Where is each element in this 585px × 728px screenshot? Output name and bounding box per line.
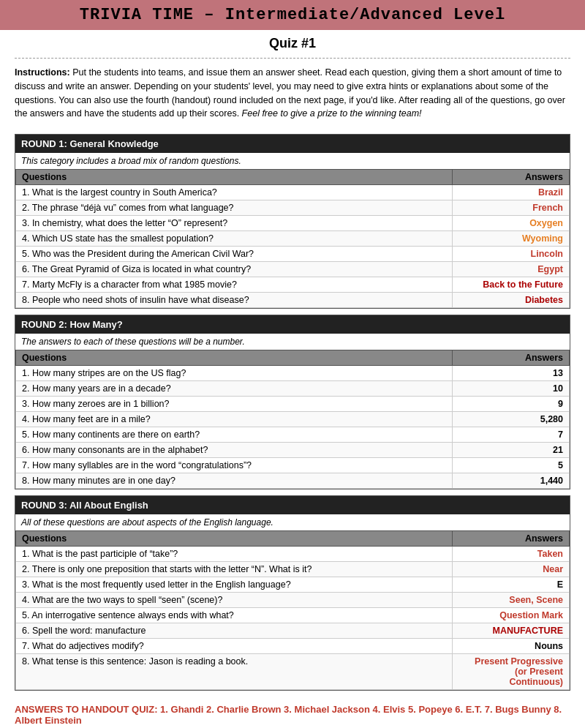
round-1-container: ROUND 1: General KnowledgeThis category … [15, 134, 570, 309]
answers-col-header: Answers [453, 170, 570, 185]
question-cell: 3. What is the most frequently used lett… [16, 577, 453, 593]
question-cell: 5. How many continents are there on eart… [16, 427, 453, 443]
instructions-label: Instructions: [15, 67, 70, 78]
question-cell: 6. Spell the word: manufacture [16, 623, 453, 639]
table-row: 3. What is the most frequently used lett… [16, 577, 570, 593]
question-cell: 3. How many zeroes are in 1 billion? [16, 397, 453, 412]
question-cell: 5. Who was the President during the Amer… [16, 247, 453, 262]
round-2-col-header: QuestionsAnswers [16, 350, 570, 366]
round-3-container: ROUND 3: All About EnglishAll of these q… [15, 495, 570, 691]
question-cell: 2. How many years are in a decade? [16, 381, 453, 397]
table-row: 8. People who need shots of insulin have… [16, 293, 570, 308]
answer-cell: Lincoln [453, 247, 570, 262]
table-row: 6. Spell the word: manufactureMANUFACTUR… [16, 623, 570, 639]
footer-answers: ANSWERS TO HANDOUT QUIZ: 1. Ghandi 2. Ch… [0, 697, 585, 728]
question-cell: 8. How many minutes are in one day? [16, 473, 453, 489]
instructions-italic: Feel free to give a prize to the winning… [242, 108, 422, 119]
answer-cell: 7 [453, 427, 570, 443]
answer-cell: Seen, Scene [453, 593, 570, 608]
answers-col-header: Answers [453, 350, 570, 366]
table-row: 7. How many syllables are in the word “c… [16, 458, 570, 473]
table-row: 8. What tense is this sentence: Jason is… [16, 654, 570, 690]
round-2-subtitle: The answers to each of these questions w… [15, 334, 570, 350]
table-row: 3. In chemistry, what does the letter “O… [16, 216, 570, 231]
table-row: 1. What is the past participle of “take”… [16, 547, 570, 562]
answer-cell: Brazil [453, 185, 570, 200]
answer-cell: 5 [453, 458, 570, 473]
table-row: 6. The Great Pyramid of Giza is located … [16, 262, 570, 277]
question-cell: 4. What are the two ways to spell “seen”… [16, 593, 453, 608]
round-3-col-header: QuestionsAnswers [16, 531, 570, 547]
question-cell: 7. What do adjectives modify? [16, 639, 453, 654]
question-cell: 1. What is the largest country in South … [16, 185, 453, 200]
table-row: 1. What is the largest country in South … [16, 185, 570, 200]
round-1-table: QuestionsAnswers1. What is the largest c… [15, 169, 570, 308]
answer-cell: Taken [453, 547, 570, 562]
answer-cell: E [453, 577, 570, 593]
question-cell: 8. People who need shots of insulin have… [16, 293, 453, 308]
question-cell: 7. How many syllables are in the word “c… [16, 458, 453, 473]
top-divider [15, 58, 570, 59]
question-cell: 7. Marty McFly is a character from what … [16, 277, 453, 293]
table-row: 3. How many zeroes are in 1 billion?9 [16, 397, 570, 412]
answer-cell: Egypt [453, 262, 570, 277]
question-cell: 6. The Great Pyramid of Giza is located … [16, 262, 453, 277]
answer-cell: Question Mark [453, 608, 570, 623]
answer-cell: Nouns [453, 639, 570, 654]
table-row: 4. What are the two ways to spell “seen”… [16, 593, 570, 608]
round-2-header: ROUND 2: How Many? [15, 315, 570, 334]
answer-cell: 10 [453, 381, 570, 397]
question-cell: 6. How many consonants are in the alphab… [16, 443, 453, 458]
question-cell: 2. There is only one preposition that st… [16, 562, 453, 577]
table-row: 4. Which US state has the smallest popul… [16, 231, 570, 247]
question-cell: 8. What tense is this sentence: Jason is… [16, 654, 453, 690]
main-title: TRIVIA TIME – Intermediate/Advanced Leve… [7, 6, 578, 24]
answer-cell: 1,440 [453, 473, 570, 489]
answer-cell: Wyoming [453, 231, 570, 247]
table-row: 5. An interrogative sentence always ends… [16, 608, 570, 623]
answer-cell: Diabetes [453, 293, 570, 308]
table-row: 1. How many stripes are on the US flag?1… [16, 366, 570, 381]
answer-cell: French [453, 200, 570, 216]
question-cell: 2. The phrase “déjà vu” comes from what … [16, 200, 453, 216]
table-row: 2. How many years are in a decade?10 [16, 381, 570, 397]
answer-cell: 13 [453, 366, 570, 381]
table-row: 5. Who was the President during the Amer… [16, 247, 570, 262]
table-row: 6. How many consonants are in the alphab… [16, 443, 570, 458]
instructions-block: Instructions: Put the students into team… [0, 61, 585, 128]
answer-cell: Oxygen [453, 216, 570, 231]
question-cell: 1. What is the past participle of “take”… [16, 547, 453, 562]
question-cell: 3. In chemistry, what does the letter “O… [16, 216, 453, 231]
question-cell: 4. Which US state has the smallest popul… [16, 231, 453, 247]
answer-cell: 21 [453, 443, 570, 458]
questions-col-header: Questions [16, 531, 453, 547]
round-1-subtitle: This category includes a broad mix of ra… [15, 153, 570, 169]
answer-cell: 9 [453, 397, 570, 412]
quiz-number: Quiz #1 [0, 30, 585, 55]
question-cell: 5. An interrogative sentence always ends… [16, 608, 453, 623]
round-3-header: ROUND 3: All About English [15, 496, 570, 514]
table-row: 5. How many continents are there on eart… [16, 427, 570, 443]
table-row: 7. What do adjectives modify?Nouns [16, 639, 570, 654]
round-2-table: QuestionsAnswers1. How many stripes are … [15, 350, 570, 489]
answer-cell: MANUFACTURE [453, 623, 570, 639]
answers-col-header: Answers [453, 531, 570, 547]
round-3-table: QuestionsAnswers1. What is the past part… [15, 530, 570, 690]
table-row: 7. Marty McFly is a character from what … [16, 277, 570, 293]
table-row: 8. How many minutes are in one day?1,440 [16, 473, 570, 489]
question-cell: 1. How many stripes are on the US flag? [16, 366, 453, 381]
questions-col-header: Questions [16, 350, 453, 366]
question-cell: 4. How many feet are in a mile? [16, 412, 453, 427]
header-bar: TRIVIA TIME – Intermediate/Advanced Leve… [0, 0, 585, 30]
table-row: 2. The phrase “déjà vu” comes from what … [16, 200, 570, 216]
round-1-header: ROUND 1: General Knowledge [15, 135, 570, 153]
answer-cell: 5,280 [453, 412, 570, 427]
table-row: 4. How many feet are in a mile?5,280 [16, 412, 570, 427]
answer-cell: Present Progressive(or Present Continuou… [453, 654, 570, 690]
round-2-container: ROUND 2: How Many?The answers to each of… [15, 315, 570, 489]
answer-cell: Near [453, 562, 570, 577]
table-row: 2. There is only one preposition that st… [16, 562, 570, 577]
questions-col-header: Questions [16, 170, 453, 185]
round-3-subtitle: All of these questions are about aspects… [15, 514, 570, 530]
answer-cell: Back to the Future [453, 277, 570, 293]
